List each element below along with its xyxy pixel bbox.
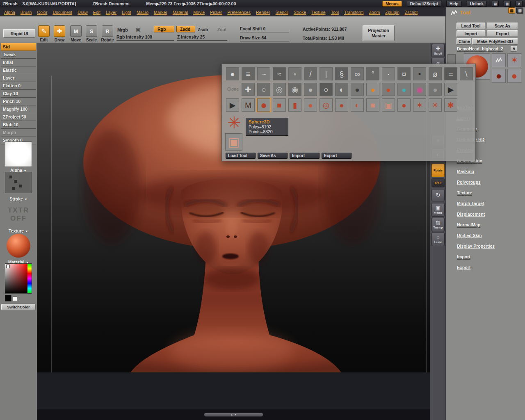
wave-stroke-icon[interactable]: ∞ — [351, 67, 364, 80]
sculpt-brush-item[interactable]: Layer — [1, 74, 36, 82]
menu-item[interactable]: Material — [173, 8, 188, 16]
knife-stroke-icon[interactable]: / — [304, 67, 317, 80]
menu-item[interactable]: Stencil — [275, 8, 288, 16]
main-color-swatch[interactable] — [5, 295, 11, 301]
texture-dab-brush-icon[interactable]: ¤ — [397, 67, 411, 80]
stroke-preview[interactable] — [5, 172, 32, 193]
subpalette-item[interactable]: Morph Target — [457, 201, 495, 212]
texture-selector[interactable]: Texture▼ — [0, 228, 37, 233]
hue-strip[interactable] — [27, 264, 32, 293]
edit-button[interactable]: ✎ Edit — [36, 25, 52, 42]
menu-item[interactable]: Movie — [193, 8, 205, 16]
menu-item[interactable]: Picker — [210, 8, 222, 16]
sculpt-brush-item[interactable]: Inflat — [1, 59, 36, 66]
menu-item[interactable]: Zplugin — [385, 8, 399, 16]
z-intensity-slider[interactable]: Z Intensity 25 — [177, 34, 227, 41]
popup-action-button[interactable]: Export — [322, 153, 352, 159]
menu-item[interactable]: Zoom — [369, 8, 380, 16]
menu-item[interactable]: Preferences — [227, 8, 251, 16]
m-button[interactable]: M — [136, 27, 140, 32]
help-button[interactable]: Help — [446, 1, 462, 7]
color-picker[interactable] — [5, 263, 32, 294]
canvas-h-scrollbar[interactable]: ▲ ▼ — [204, 413, 263, 417]
cube3d-tool-icon[interactable]: ■ — [273, 98, 286, 112]
fine-line-brush-icon[interactable]: · — [382, 67, 395, 80]
rgb-intensity-slider[interactable]: Rgb Intensity 100 — [116, 34, 174, 41]
menu-item[interactable]: Transform — [344, 8, 363, 16]
frame-button[interactable]: ▣ Frame — [431, 203, 445, 217]
draw-size-slider[interactable]: Draw Size 64 — [240, 35, 289, 41]
popup-action-button[interactable]: Save As — [258, 153, 288, 159]
restore-ui-icon[interactable]: ▥ — [504, 1, 511, 7]
menu-item[interactable]: Marker — [154, 8, 167, 16]
dark-sphere-thumb[interactable]: ● — [492, 69, 506, 83]
sculpt-brush-item[interactable]: Blob 10 — [1, 121, 36, 129]
tray-toggle-icon[interactable]: ▤ — [508, 7, 515, 14]
sculpt-brush-item[interactable]: Elastic — [1, 66, 36, 74]
alpha-preview[interactable] — [5, 142, 32, 167]
blob-tool-icon[interactable]: ◐ — [351, 98, 364, 112]
scroll-right-icon[interactable]: ▶ — [444, 83, 457, 96]
hard-circle-alpha-icon[interactable]: ● — [304, 83, 317, 96]
scroll-hand-button[interactable]: ✚ Scroll — [431, 44, 445, 57]
save-as-button[interactable]: Save As — [487, 23, 518, 29]
subpalette-item[interactable]: Unified Skin — [457, 233, 495, 244]
subpalette-item[interactable]: Display Properties — [457, 244, 495, 254]
menu-item[interactable]: Edit — [93, 8, 100, 16]
secondary-color-swatch[interactable] — [13, 297, 17, 301]
gray-material-ball-icon[interactable]: ● — [429, 83, 442, 96]
tool-palette-header[interactable]: Tool — [451, 9, 470, 16]
smear-brush-icon[interactable]: ~ — [257, 67, 270, 80]
airbrush-icon[interactable]: ø — [429, 67, 442, 80]
sculpt-brush-item[interactable]: Std — [1, 43, 36, 51]
subpalette-item[interactable]: Texture — [457, 190, 495, 201]
marker-dab-icon[interactable]: = — [444, 67, 457, 80]
make-polymesh3d-button[interactable]: Make PolyMesh3D — [472, 38, 518, 45]
sphere-small-tool-icon[interactable]: ● — [397, 98, 411, 112]
default-zscript-button[interactable]: DefaultZScript — [407, 1, 441, 7]
sculpt-brush-item[interactable]: Pinch 10 — [1, 98, 36, 105]
soft-circle-alpha-icon[interactable]: ○ — [257, 83, 270, 96]
scroll-down-icon[interactable]: ▼ — [234, 413, 237, 416]
star3d-tool-icon[interactable]: ✶ — [413, 98, 426, 112]
menu-item[interactable]: Draw — [78, 8, 88, 16]
subpalette-item[interactable]: NormalMap — [457, 222, 495, 233]
popup-action-button[interactable]: Load Tool — [226, 153, 256, 159]
popup-action-button[interactable]: Import — [290, 153, 320, 159]
clone-button[interactable]: Clone — [457, 38, 471, 45]
helix3d-tool-icon[interactable]: ✱ — [444, 98, 457, 112]
unlock-button[interactable]: Unlock — [467, 1, 487, 7]
rotate-mode-button[interactable]: Rotate — [431, 164, 445, 177]
clone-target-icon[interactable]: ✚ — [242, 83, 255, 96]
mrgb-button[interactable]: Mrgb — [117, 27, 128, 32]
subpalette-item[interactable]: Export — [457, 265, 495, 276]
menu-item[interactable]: Tool — [331, 8, 339, 16]
close-icon[interactable]: ✕ — [516, 1, 523, 7]
projection-master-button[interactable]: Projection Master — [363, 25, 395, 41]
orange-material-ball-icon[interactable]: ● — [366, 83, 379, 96]
menu-item[interactable]: Color — [37, 8, 47, 16]
zoom-ui-icon[interactable]: ▤ — [492, 1, 499, 7]
gradient-circle-alpha-icon[interactable]: ◐ — [335, 83, 348, 96]
menu-item[interactable]: Brush — [21, 8, 32, 16]
focal-shift-slider[interactable]: Focal Shift 0 — [240, 26, 289, 32]
zcut-button[interactable]: Zcut — [217, 27, 226, 32]
stroke-selector[interactable]: Stroke▼ — [0, 196, 37, 201]
smudge-brush-icon[interactable]: ≈ — [273, 67, 286, 80]
layer-stack-brush-icon[interactable]: ≡ — [242, 67, 255, 80]
load-tool-button[interactable]: Load Tool — [457, 23, 485, 29]
star3d-thumb[interactable]: ✶ — [507, 53, 521, 67]
ring-circle-alpha-icon[interactable]: ◎ — [273, 83, 286, 96]
switch-color-button[interactable]: SwitchColor — [1, 304, 36, 310]
dark-circle-alpha-icon[interactable]: ● — [351, 83, 364, 96]
hook-stroke-icon[interactable]: ° — [366, 67, 379, 80]
red-material-ball-icon[interactable]: ● — [382, 83, 395, 96]
mrgbz-grabber-icon[interactable]: M — [242, 98, 255, 112]
lasso-button[interactable]: ○ Lasso — [431, 233, 445, 246]
sphere3d-tool-icon[interactable]: ● — [257, 98, 270, 112]
teal-material-ball-icon[interactable]: ● — [397, 83, 411, 96]
menu-item[interactable]: Document — [52, 8, 72, 16]
rotate-button[interactable]: R Rotate — [100, 25, 115, 42]
tray-close-icon[interactable]: ▥ — [516, 7, 523, 14]
subpalette-item[interactable]: Displacement — [457, 212, 495, 222]
